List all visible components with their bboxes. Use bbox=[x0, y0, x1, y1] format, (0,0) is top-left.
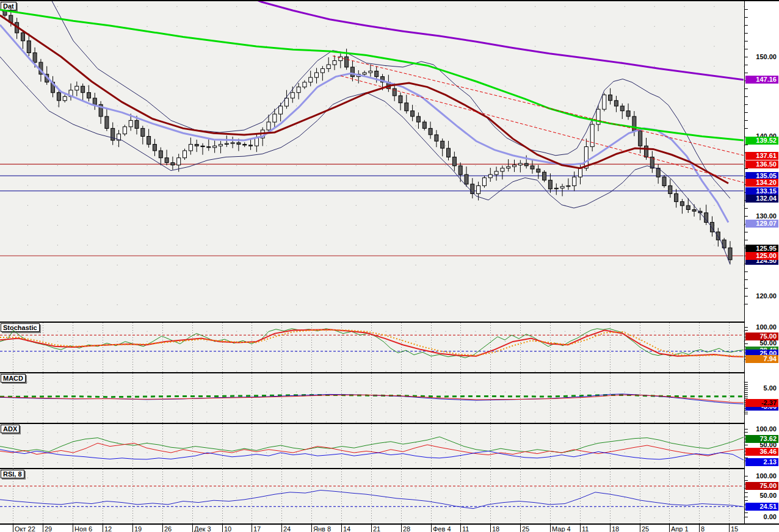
price-label: 75.00 bbox=[745, 332, 778, 340]
scale-tick bbox=[745, 145, 748, 145]
price-label: 100.00 bbox=[745, 472, 778, 480]
ma-longest-purple bbox=[244, 1, 744, 80]
date-label: 29 bbox=[45, 525, 52, 532]
date-tick bbox=[162, 525, 163, 532]
panel-stochastic[interactable]: Stochastic bbox=[0, 322, 744, 373]
date-label: 25 bbox=[642, 525, 649, 532]
date-tick bbox=[550, 525, 551, 532]
date-label: 18 bbox=[492, 525, 499, 532]
date-tick bbox=[699, 525, 700, 532]
date-tick bbox=[222, 525, 223, 532]
date-tick bbox=[281, 525, 282, 532]
macd-svg[interactable] bbox=[0, 373, 744, 424]
date-tick bbox=[640, 525, 640, 532]
scale-tick bbox=[745, 41, 748, 41]
price-label: 100.00 bbox=[745, 425, 778, 433]
date-label: Апр 1 bbox=[671, 525, 689, 532]
scale-tick bbox=[745, 25, 748, 26]
price-label: 134.20 bbox=[745, 179, 778, 187]
date-label: 14 bbox=[343, 525, 350, 532]
date-tick bbox=[371, 525, 372, 532]
price-label: 73.62 bbox=[745, 435, 778, 443]
date-label: Янв 8 bbox=[313, 525, 331, 532]
price-scale[interactable]: 150.00147.16140.00139.52137.61136.50135.… bbox=[744, 1, 779, 523]
date-label: 12 bbox=[104, 525, 112, 532]
scale-tick bbox=[745, 168, 748, 169]
date-label: Окт 22 bbox=[15, 525, 35, 532]
price-label: 50.00 bbox=[745, 492, 778, 500]
date-label: Мар 4 bbox=[552, 525, 571, 532]
scale-tick bbox=[745, 500, 748, 501]
date-label: 10 bbox=[224, 525, 231, 532]
scale-tick bbox=[745, 271, 748, 272]
scale-tick bbox=[745, 33, 748, 34]
price-label: 100.00 bbox=[745, 323, 778, 331]
ma-long-green bbox=[0, 10, 744, 140]
scale-tick bbox=[745, 279, 748, 280]
main-chart-svg[interactable] bbox=[0, 1, 744, 322]
ma-slow-darkred bbox=[0, 15, 728, 183]
scale-tick bbox=[745, 49, 748, 49]
price-label: 36.46 bbox=[745, 448, 778, 456]
date-tick bbox=[490, 525, 491, 532]
date-label: 25 bbox=[522, 525, 529, 532]
panel-macd[interactable]: MACD bbox=[0, 372, 744, 424]
date-tick bbox=[103, 525, 103, 532]
scale-tick bbox=[745, 392, 748, 393]
date-label: 17 bbox=[253, 525, 261, 532]
panel-adx[interactable]: ADX bbox=[0, 423, 744, 469]
date-tick bbox=[401, 525, 402, 532]
scale-tick bbox=[745, 412, 748, 412]
bollinger-lower bbox=[0, 57, 730, 265]
date-tick bbox=[311, 525, 312, 532]
panel-rsi[interactable]: RSI, 8 bbox=[0, 468, 744, 523]
price-label: 24.51 bbox=[745, 503, 778, 511]
date-tick bbox=[610, 525, 611, 532]
price-label: 150.00 bbox=[745, 53, 778, 61]
date-tick bbox=[580, 525, 581, 532]
price-label: 75.00 bbox=[745, 482, 778, 490]
scale-tick bbox=[745, 88, 748, 89]
date-tick bbox=[460, 525, 461, 532]
date-tick bbox=[73, 525, 73, 532]
price-label: 139.52 bbox=[745, 137, 778, 145]
date-label: 11 bbox=[462, 525, 469, 532]
price-label: 5.00 bbox=[745, 384, 778, 392]
scale-tick bbox=[745, 104, 748, 105]
bollinger-upper bbox=[52, 1, 730, 198]
price-label: 0.00 bbox=[745, 513, 778, 521]
scale-tick bbox=[745, 232, 748, 232]
scale-tick bbox=[745, 396, 748, 397]
rsi-svg[interactable] bbox=[0, 469, 744, 523]
scale-tick bbox=[745, 65, 748, 65]
scale-tick bbox=[745, 288, 748, 289]
date-tick bbox=[13, 525, 13, 532]
date-tick bbox=[132, 525, 133, 532]
price-label: 2.13 bbox=[745, 458, 778, 466]
price-label: 147.16 bbox=[745, 76, 778, 84]
date-label: 11 bbox=[582, 525, 589, 532]
date-tick bbox=[341, 525, 342, 532]
date-label: 15 bbox=[731, 525, 738, 532]
scale-tick bbox=[745, 73, 748, 73]
adx-svg[interactable] bbox=[0, 424, 744, 469]
scale-tick bbox=[745, 240, 748, 240]
scale-tick bbox=[745, 128, 748, 129]
chart-window: Dat Stochastic MACD ADX RSI, 8 150.00147… bbox=[0, 0, 779, 532]
panel-main-chart[interactable]: Dat bbox=[0, 1, 744, 322]
date-label: Фев 4 bbox=[433, 525, 451, 532]
scale-tick bbox=[745, 112, 748, 113]
date-axis[interactable]: Окт 2229Ноя 6121926Дек 3101724Янв 814212… bbox=[0, 523, 779, 532]
date-tick bbox=[520, 525, 521, 532]
date-tick bbox=[669, 525, 670, 532]
stochastic-svg[interactable] bbox=[0, 323, 744, 373]
date-label: 21 bbox=[373, 525, 380, 532]
date-tick bbox=[252, 525, 252, 532]
date-label: 18 bbox=[612, 525, 619, 532]
date-label: Ноя 6 bbox=[74, 525, 92, 532]
date-label: 26 bbox=[164, 525, 172, 532]
stoch-main-red bbox=[0, 329, 744, 357]
price-label: 120.00 bbox=[745, 292, 778, 300]
price-label: 137.61 bbox=[745, 152, 778, 160]
date-tick bbox=[192, 525, 193, 532]
